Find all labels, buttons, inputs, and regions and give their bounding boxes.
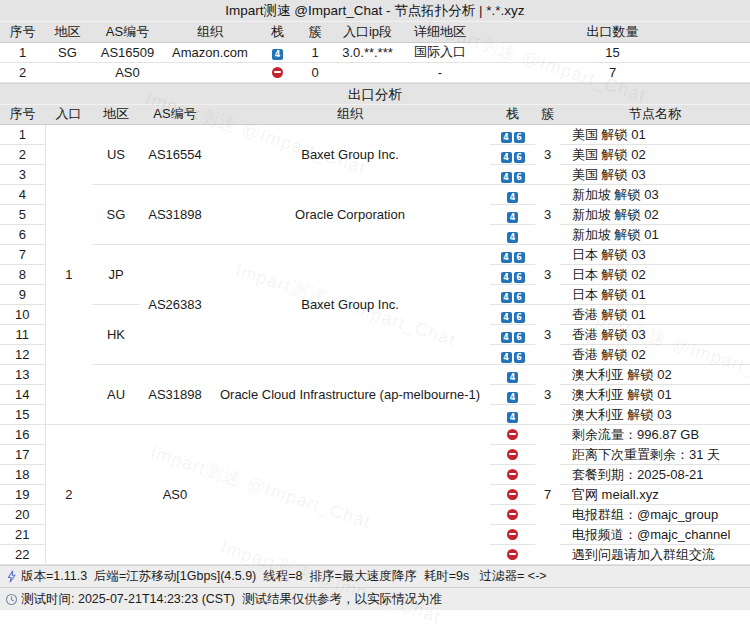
cell-sn: 2 — [0, 62, 45, 82]
cell-stack: 46 — [490, 285, 535, 305]
cell-stack — [490, 465, 535, 485]
exit-table: 序号 入口 地区 AS编号 组织 栈 簇 节点名称 1 1 US AS16554… — [0, 105, 750, 566]
cell-cluster: 3 — [535, 245, 560, 305]
cell-stack: 4 — [490, 205, 535, 225]
cell-node-name: 剩余流量：996.87 GB — [560, 425, 750, 445]
ipv4-icon: 4 — [501, 312, 512, 323]
cell-ip-range: 3.0.**.*** — [330, 42, 405, 62]
status-info-text: 版本=1.11.3 后端=江苏移动[1Gbps](4.5.9) 线程=8 排序=… — [21, 568, 547, 585]
cell-region: AU — [92, 365, 140, 425]
ipv4-icon: 4 — [501, 352, 512, 363]
cell-region: JP — [92, 245, 140, 305]
cell-region: US — [92, 125, 140, 185]
cell-sn: 7 — [0, 245, 45, 265]
cell-stack: 46 — [490, 305, 535, 325]
cell-org — [165, 62, 255, 82]
table-row: 7 JP AS26383 Baxet Group Inc. 46 3 日本 解锁… — [0, 245, 750, 265]
cell-node-name: 日本 解锁 03 — [560, 245, 750, 265]
status-bar-time: 测试时间: 2025-07-21T14:23:23 (CST) 测试结果仅供参考… — [0, 587, 750, 610]
ipv4-icon: 4 — [501, 272, 512, 283]
entrance-table: 序号 地区 AS编号 组织 栈 簇 入口ip段 详细地区 出口数量 1 SG A… — [0, 22, 750, 83]
cell-node-name: 遇到问题请加入群组交流 — [560, 545, 750, 565]
cell-stack: 4 — [490, 185, 535, 205]
cell-asn: AS16509 — [90, 42, 165, 62]
no-entry-icon — [507, 509, 518, 520]
cell-sn: 17 — [0, 445, 45, 465]
cell-sn: 15 — [0, 405, 45, 425]
cell-entrance: 1 — [45, 125, 92, 425]
cell-node-name: 澳大利亚 解锁 01 — [560, 385, 750, 405]
cell-org — [210, 425, 490, 565]
table-row: 1 1 US AS16554 Baxet Group Inc. 46 3 美国 … — [0, 125, 750, 145]
cell-stack: 4 — [490, 385, 535, 405]
cell-sn: 9 — [0, 285, 45, 305]
exit-header-row: 序号 入口 地区 AS编号 组织 栈 簇 节点名称 — [0, 105, 750, 125]
ipv4-icon: 4 — [501, 252, 512, 263]
header-asn: AS编号 — [90, 22, 165, 42]
cell-node-name: 香港 解锁 03 — [560, 325, 750, 345]
cell-node-name: 澳大利亚 解锁 02 — [560, 365, 750, 385]
ipv6-icon: 6 — [514, 252, 525, 263]
cell-cluster: 3 — [535, 125, 560, 185]
no-entry-icon — [272, 67, 283, 78]
cell-sn: 13 — [0, 365, 45, 385]
ipv6-icon: 6 — [514, 312, 525, 323]
cell-node-name: 距离下次重置剩余：31 天 — [560, 445, 750, 465]
cell-node-name: 新加坡 解锁 03 — [560, 185, 750, 205]
cell-node-name: 新加坡 解锁 02 — [560, 205, 750, 225]
no-entry-icon — [507, 489, 518, 500]
cell-stack — [490, 445, 535, 465]
cell-cluster: 3 — [535, 185, 560, 245]
cell-node-name: 美国 解锁 03 — [560, 165, 750, 185]
cell-entrance: 2 — [45, 425, 92, 565]
table-row: 2 AS0 0 - 7 — [0, 62, 750, 82]
cell-sn: 16 — [0, 425, 45, 445]
cell-stack: 4 — [490, 405, 535, 425]
cell-region — [45, 62, 90, 82]
no-entry-icon — [507, 469, 518, 480]
cell-sn: 1 — [0, 42, 45, 62]
cell-region: SG — [45, 42, 90, 62]
cell-node-name: 官网 meiall.xyz — [560, 485, 750, 505]
header-region: 地区 — [92, 105, 140, 125]
cell-sn: 12 — [0, 345, 45, 365]
header-stack: 栈 — [490, 105, 535, 125]
cell-sn: 1 — [0, 125, 45, 145]
cell-node-name: 美国 解锁 01 — [560, 125, 750, 145]
cell-stack: 46 — [490, 245, 535, 265]
cell-stack: 4 — [490, 225, 535, 245]
cell-node-name: 香港 解锁 02 — [560, 345, 750, 365]
status-bar-info: 版本=1.11.3 后端=江苏移动[1Gbps](4.5.9) 线程=8 排序=… — [0, 565, 750, 587]
ipv4-icon: 4 — [507, 212, 518, 223]
cell-cluster: 7 — [535, 425, 560, 565]
cell-asn: AS26383 — [140, 245, 210, 365]
cell-node-name: 电报频道：@majc_channel — [560, 525, 750, 545]
cell-sn: 3 — [0, 165, 45, 185]
ipv4-icon: 4 — [507, 392, 518, 403]
cell-node-name: 日本 解锁 02 — [560, 265, 750, 285]
cell-stack — [490, 545, 535, 565]
cell-stack — [490, 505, 535, 525]
header-cluster: 簇 — [535, 105, 560, 125]
ipv4-icon: 4 — [501, 172, 512, 183]
cell-org: Oracle Cloud Infrastructure (ap-melbourn… — [210, 365, 490, 425]
header-region: 地区 — [45, 22, 90, 42]
report-screen: Impart测速 @Impart_Chat Impart测速 @Impart_C… — [0, 0, 750, 635]
ipv4-icon: 4 — [507, 232, 518, 243]
ipv6-icon: 6 — [514, 352, 525, 363]
lightning-icon — [5, 570, 18, 583]
cell-node-name: 美国 解锁 02 — [560, 145, 750, 165]
header-stack: 栈 — [255, 22, 300, 42]
ipv6-icon: 6 — [514, 332, 525, 343]
cell-stack — [255, 62, 300, 82]
cell-stack: 4 — [255, 42, 300, 62]
cell-detail-region: 国际入口 — [405, 42, 475, 62]
cell-region: HK — [92, 305, 140, 365]
cell-sn: 10 — [0, 305, 45, 325]
cell-sn: 6 — [0, 225, 45, 245]
cell-node-name: 电报群组：@majc_group — [560, 505, 750, 525]
cell-node-name: 澳大利亚 解锁 03 — [560, 405, 750, 425]
cell-stack: 46 — [490, 125, 535, 145]
header-exit-count: 出口数量 — [475, 22, 750, 42]
ipv6-icon: 6 — [514, 272, 525, 283]
